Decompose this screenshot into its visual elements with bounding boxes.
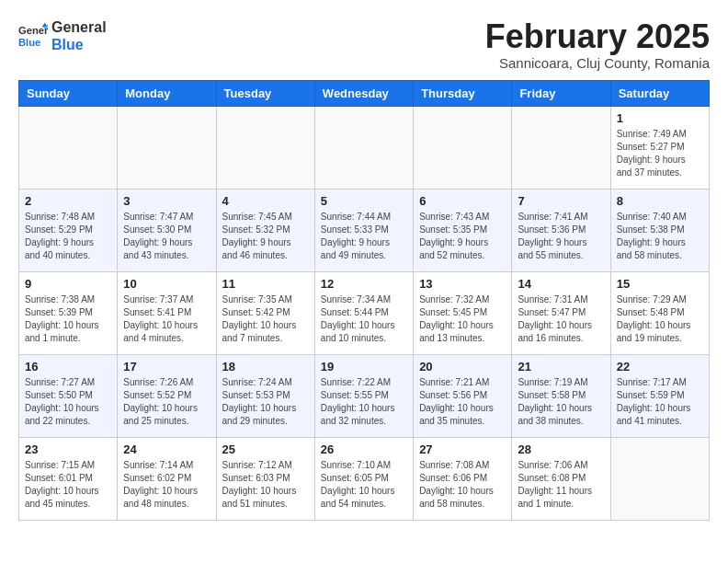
day-info: Sunrise: 7:45 AM Sunset: 5:32 PM Dayligh…	[222, 211, 309, 262]
day-number: 27	[419, 442, 506, 456]
day-header-saturday: Saturday	[610, 80, 709, 106]
calendar-week-row: 9Sunrise: 7:38 AM Sunset: 5:39 PM Daylig…	[19, 271, 710, 354]
day-number: 3	[123, 194, 210, 208]
day-number: 7	[518, 194, 604, 208]
day-info: Sunrise: 7:24 AM Sunset: 5:53 PM Dayligh…	[222, 376, 309, 428]
calendar-cell: 5Sunrise: 7:44 AM Sunset: 5:33 PM Daylig…	[314, 189, 413, 271]
calendar-cell: 27Sunrise: 7:08 AM Sunset: 6:06 PM Dayli…	[414, 437, 512, 520]
calendar-cell: 3Sunrise: 7:47 AM Sunset: 5:30 PM Daylig…	[118, 189, 216, 271]
day-info: Sunrise: 7:43 AM Sunset: 5:35 PM Dayligh…	[419, 211, 506, 262]
calendar-cell: 25Sunrise: 7:12 AM Sunset: 6:03 PM Dayli…	[216, 437, 314, 520]
day-info: Sunrise: 7:35 AM Sunset: 5:42 PM Dayligh…	[222, 293, 309, 345]
day-info: Sunrise: 7:17 AM Sunset: 5:59 PM Dayligh…	[617, 376, 703, 428]
day-number: 2	[25, 194, 111, 208]
calendar-cell	[414, 106, 512, 189]
day-number: 25	[222, 442, 309, 456]
title-area: February 2025 Sannicoara, Cluj County, R…	[485, 18, 710, 71]
day-info: Sunrise: 7:32 AM Sunset: 5:45 PM Dayligh…	[419, 293, 506, 345]
calendar-header-row: SundayMondayTuesdayWednesdayThursdayFrid…	[19, 80, 710, 106]
day-info: Sunrise: 7:47 AM Sunset: 5:30 PM Dayligh…	[123, 211, 210, 262]
day-number: 28	[518, 442, 604, 456]
calendar-week-row: 1Sunrise: 7:49 AM Sunset: 5:27 PM Daylig…	[19, 106, 710, 189]
day-number: 13	[419, 277, 506, 291]
day-number: 10	[123, 277, 210, 291]
day-header-friday: Friday	[512, 80, 610, 106]
day-number: 22	[617, 360, 703, 373]
day-number: 15	[617, 277, 703, 291]
calendar-cell: 18Sunrise: 7:24 AM Sunset: 5:53 PM Dayli…	[216, 354, 314, 437]
day-number: 23	[25, 442, 111, 456]
calendar-cell: 1Sunrise: 7:49 AM Sunset: 5:27 PM Daylig…	[610, 106, 709, 189]
calendar-cell: 14Sunrise: 7:31 AM Sunset: 5:47 PM Dayli…	[512, 271, 610, 354]
day-info: Sunrise: 7:10 AM Sunset: 6:05 PM Dayligh…	[321, 459, 407, 511]
day-info: Sunrise: 7:15 AM Sunset: 6:01 PM Dayligh…	[25, 459, 111, 511]
day-number: 17	[123, 360, 210, 373]
calendar-week-row: 23Sunrise: 7:15 AM Sunset: 6:01 PM Dayli…	[19, 437, 710, 520]
day-info: Sunrise: 7:27 AM Sunset: 5:50 PM Dayligh…	[25, 376, 111, 428]
day-number: 6	[419, 194, 506, 208]
calendar-cell: 9Sunrise: 7:38 AM Sunset: 5:39 PM Daylig…	[19, 271, 118, 354]
day-info: Sunrise: 7:41 AM Sunset: 5:36 PM Dayligh…	[518, 211, 604, 262]
day-number: 21	[518, 360, 604, 373]
day-info: Sunrise: 7:37 AM Sunset: 5:41 PM Dayligh…	[123, 293, 210, 345]
calendar-cell: 6Sunrise: 7:43 AM Sunset: 5:35 PM Daylig…	[414, 189, 512, 271]
day-number: 26	[321, 442, 407, 456]
calendar-cell: 19Sunrise: 7:22 AM Sunset: 5:55 PM Dayli…	[314, 354, 413, 437]
calendar-cell	[610, 437, 709, 520]
calendar-cell: 7Sunrise: 7:41 AM Sunset: 5:36 PM Daylig…	[512, 189, 610, 271]
month-title: February 2025	[485, 18, 710, 55]
page-header: General Blue General Blue February 2025 …	[18, 18, 710, 71]
calendar-week-row: 16Sunrise: 7:27 AM Sunset: 5:50 PM Dayli…	[19, 354, 710, 437]
day-info: Sunrise: 7:48 AM Sunset: 5:29 PM Dayligh…	[25, 211, 111, 262]
day-info: Sunrise: 7:26 AM Sunset: 5:52 PM Dayligh…	[123, 376, 210, 428]
calendar-cell	[512, 106, 610, 189]
day-header-sunday: Sunday	[19, 80, 118, 106]
day-number: 24	[123, 442, 210, 456]
logo-icon: General Blue	[18, 21, 48, 51]
calendar-cell: 8Sunrise: 7:40 AM Sunset: 5:38 PM Daylig…	[610, 189, 709, 271]
day-info: Sunrise: 7:29 AM Sunset: 5:48 PM Dayligh…	[617, 293, 703, 345]
calendar-cell: 11Sunrise: 7:35 AM Sunset: 5:42 PM Dayli…	[216, 271, 314, 354]
day-number: 14	[518, 277, 604, 291]
calendar-cell: 2Sunrise: 7:48 AM Sunset: 5:29 PM Daylig…	[19, 189, 118, 271]
day-info: Sunrise: 7:21 AM Sunset: 5:56 PM Dayligh…	[419, 376, 506, 428]
day-info: Sunrise: 7:34 AM Sunset: 5:44 PM Dayligh…	[321, 293, 407, 345]
day-header-wednesday: Wednesday	[314, 80, 413, 106]
calendar-cell: 15Sunrise: 7:29 AM Sunset: 5:48 PM Dayli…	[610, 271, 709, 354]
day-info: Sunrise: 7:38 AM Sunset: 5:39 PM Dayligh…	[25, 293, 111, 345]
calendar-cell: 22Sunrise: 7:17 AM Sunset: 5:59 PM Dayli…	[610, 354, 709, 437]
day-info: Sunrise: 7:31 AM Sunset: 5:47 PM Dayligh…	[518, 293, 604, 345]
day-info: Sunrise: 7:08 AM Sunset: 6:06 PM Dayligh…	[419, 459, 506, 511]
calendar-cell	[314, 106, 413, 189]
calendar-cell: 23Sunrise: 7:15 AM Sunset: 6:01 PM Dayli…	[19, 437, 118, 520]
day-number: 16	[25, 360, 111, 373]
day-number: 8	[617, 194, 703, 208]
day-info: Sunrise: 7:40 AM Sunset: 5:38 PM Dayligh…	[617, 211, 703, 262]
day-number: 11	[222, 277, 309, 291]
day-info: Sunrise: 7:12 AM Sunset: 6:03 PM Dayligh…	[222, 459, 309, 511]
calendar-cell	[19, 106, 118, 189]
day-info: Sunrise: 7:22 AM Sunset: 5:55 PM Dayligh…	[321, 376, 407, 428]
day-number: 5	[321, 194, 407, 208]
day-number: 20	[419, 360, 506, 373]
logo-text-blue: Blue	[51, 36, 107, 53]
day-number: 12	[321, 277, 407, 291]
day-header-thursday: Thursday	[414, 80, 512, 106]
day-number: 18	[222, 360, 309, 373]
logo-text-general: General	[51, 18, 107, 36]
calendar-cell	[118, 106, 216, 189]
day-info: Sunrise: 7:44 AM Sunset: 5:33 PM Dayligh…	[321, 211, 407, 262]
day-info: Sunrise: 7:14 AM Sunset: 6:02 PM Dayligh…	[123, 459, 210, 511]
calendar-cell: 10Sunrise: 7:37 AM Sunset: 5:41 PM Dayli…	[118, 271, 216, 354]
calendar-cell: 16Sunrise: 7:27 AM Sunset: 5:50 PM Dayli…	[19, 354, 118, 437]
day-header-monday: Monday	[118, 80, 216, 106]
day-info: Sunrise: 7:06 AM Sunset: 6:08 PM Dayligh…	[518, 459, 604, 511]
day-number: 9	[25, 277, 111, 291]
day-number: 4	[222, 194, 309, 208]
calendar-table: SundayMondayTuesdayWednesdayThursdayFrid…	[18, 80, 710, 521]
calendar-cell: 21Sunrise: 7:19 AM Sunset: 5:58 PM Dayli…	[512, 354, 610, 437]
calendar-cell: 13Sunrise: 7:32 AM Sunset: 5:45 PM Dayli…	[414, 271, 512, 354]
day-number: 19	[321, 360, 407, 373]
calendar-cell: 17Sunrise: 7:26 AM Sunset: 5:52 PM Dayli…	[118, 354, 216, 437]
day-number: 1	[617, 111, 703, 125]
